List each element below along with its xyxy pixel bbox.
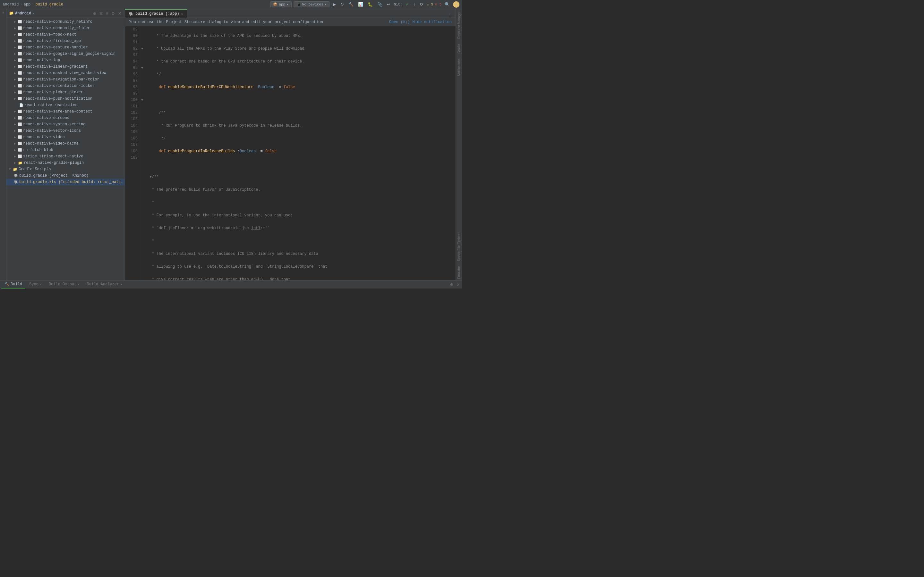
sidebar-item-notifications[interactable]: Notifications — [457, 57, 461, 77]
attach-button[interactable]: 📎 — [376, 1, 384, 7]
file-tree-actions: ⊕ ⊟ ≡ ⚙ ✕ — [92, 11, 122, 16]
list-item[interactable]: ▶ ⬜ react-native-community_slider — [6, 25, 125, 31]
bottom-panel-actions: ⚙ ✕ — [449, 282, 461, 287]
bottom-settings-button[interactable]: ⚙ — [449, 282, 454, 287]
bottom-tabs: 🔨 Build Sync ✕ Build Output ✕ Build Anal… — [0, 280, 462, 288]
tab-build-gradle[interactable]: 🐘 build.gradle (:app) ✕ — [125, 9, 187, 18]
tab-build-analyzer[interactable]: Build Analyzer ✕ — [83, 281, 126, 288]
run-button[interactable]: ▶ — [331, 1, 337, 7]
list-item[interactable]: ▶ ⬜ react-native-safe-area-context — [6, 108, 125, 115]
hide-notification-link[interactable]: Hide notification — [413, 20, 452, 24]
search-button[interactable]: 🔍 — [443, 1, 451, 7]
list-item[interactable]: ▶ ⬜ react-native-system-setting — [6, 121, 125, 127]
right-sidebar-icons: Resource Manager Gradle Notifications De… — [456, 9, 462, 280]
undo-button[interactable]: ↩ — [386, 1, 392, 7]
collapse-all-button[interactable]: ⊟ — [99, 11, 103, 16]
breadcrumb-android[interactable]: android — [3, 2, 19, 7]
file-tree-header: 📁 Android ▾ ⊕ ⊟ ≡ ⚙ ✕ — [6, 9, 125, 18]
breadcrumb: android › app › build.gradle — [3, 2, 63, 7]
build-gradle-project[interactable]: 🐘 build.gradle (Project: Khinbo) — [6, 172, 125, 179]
list-item[interactable]: ▶ ⬜ react-native-masked-view_masked-view — [6, 70, 125, 76]
editor-tabs: 🐘 build.gradle (:app) ✕ ⋮ — [125, 9, 456, 18]
sidebar-icon-resource-manager[interactable]: ≡ — [1, 10, 6, 15]
line-numbers: 89 90 91 92 93 94 95 96 97 98 99 100 101… — [125, 26, 141, 280]
list-item[interactable]: ▶ ⬜ react-native-gesture-handler — [6, 44, 125, 51]
git-push-button[interactable]: ↑ — [412, 1, 417, 7]
list-item[interactable]: ▶ ⬜ react-native-navigation-bar-color — [6, 76, 125, 83]
breadcrumb-app[interactable]: app — [24, 2, 31, 7]
git-fetch-button[interactable]: ⟳ — [419, 1, 425, 7]
list-item[interactable]: ▶ ⬜ react-native-iap — [6, 57, 125, 63]
sidebar-item-device-file-explorer[interactable]: Device File Explorer — [457, 231, 461, 262]
tab-close-button[interactable]: ✕ — [181, 12, 184, 16]
close-panel-button[interactable]: ✕ — [117, 11, 122, 16]
left-sidebar-icons: ≡ — [0, 9, 6, 280]
list-item[interactable]: ▶ ⬜ react-native-picker_picker — [6, 89, 125, 95]
bottom-panel: 🔨 Build Sync ✕ Build Output ✕ Build Anal… — [0, 280, 462, 288]
gradle-scripts-folder[interactable]: ▼ 📁 Gradle Scripts — [6, 166, 125, 172]
list-item[interactable]: ▶ ⬜ react-native-orientation-locker — [6, 83, 125, 89]
git-label: Git: — [394, 3, 402, 6]
list-item[interactable]: ▶ ⬜ react-native-vector-icons — [6, 127, 125, 134]
open-project-structure-link[interactable]: Open (⌘;) — [389, 19, 410, 24]
tab-build-output[interactable]: Build Output ✕ — [45, 281, 83, 288]
list-item[interactable]: ▶ ⬜ react-native-community_netinfo — [6, 19, 125, 25]
list-item[interactable]: ▶ 📁 react-native-gradle-plugin — [6, 160, 125, 166]
notification-text: You can use the Project Structure dialog… — [129, 20, 387, 24]
sidebar-item-emulator[interactable]: Emulator — [457, 265, 461, 280]
debug-button[interactable]: 🐛 — [367, 1, 374, 7]
build-gradle-kts[interactable]: 🐘 build.gradle.kts (Included build: reac… — [6, 179, 125, 185]
tab-sync[interactable]: Sync ✕ — [26, 281, 45, 288]
list-item[interactable]: ▶ ⬜ react-native-google-signin_google-si… — [6, 51, 125, 57]
build-analyzer-tab-close[interactable]: ✕ — [120, 282, 122, 286]
top-toolbar: android › app › build.gradle 📦 app ▾ 📱 N… — [0, 0, 462, 9]
avatar[interactable]: A — [453, 1, 459, 8]
notification-bar: You can use the Project Structure dialog… — [125, 18, 456, 26]
list-item[interactable]: ▶ ⬜ react-native-firebase_app — [6, 38, 125, 44]
code-editor[interactable]: 89 90 91 92 93 94 95 96 97 98 99 100 101… — [125, 26, 456, 280]
editor-area: 🐘 build.gradle (:app) ✕ ⋮ You can use th… — [125, 9, 456, 280]
list-item[interactable]: ▶ ⬜ react-native-video — [6, 134, 125, 140]
sidebar-item-resource-manager[interactable]: Resource Manager — [457, 10, 461, 40]
warning-count[interactable]: ⚠ 5 — [427, 2, 433, 6]
error-count[interactable]: ⊘ 5 — [435, 2, 441, 6]
device-selector-button[interactable]: 📱 No Devices ▾ — [294, 1, 330, 7]
list-item[interactable]: ▶ ⬜ react-native-screens — [6, 115, 125, 121]
list-item[interactable]: ▶ ⬜ react-native-video-cache — [6, 140, 125, 147]
toolbar-right: 📦 app ▾ 📱 No Devices ▾ ▶ ↻ 🔨 📊 🐛 📎 ↩ Git… — [270, 1, 459, 8]
build-button[interactable]: 🔨 — [347, 1, 355, 7]
sidebar-item-gradle[interactable]: Gradle — [457, 43, 461, 55]
sync-button[interactable]: ↻ — [339, 1, 345, 7]
list-item[interactable]: ▶ ⬜ rn-fetch-blob — [6, 147, 125, 153]
list-item[interactable]: ▶ ⬜ react-native-linear-gradient — [6, 63, 125, 70]
git-check-button[interactable]: ✓ — [404, 1, 410, 7]
list-item[interactable]: ▶ ⬜ react-native-push-notification — [6, 95, 125, 102]
list-item[interactable]: 📄 react-native-reanimated — [6, 102, 125, 108]
profile-button[interactable]: 📊 — [357, 1, 365, 7]
fold-gutter: ▼ ▼ ▼ — [141, 26, 145, 280]
file-tree: ▶ ⬜ react-native-community_netinfo ▶ ⬜ r… — [6, 18, 125, 280]
file-tree-panel: 📁 Android ▾ ⊕ ⊟ ≡ ⚙ ✕ ▶ ⬜ react-native-c… — [6, 9, 125, 280]
settings-button[interactable]: ⚙ — [110, 11, 116, 16]
code-content[interactable]: * The advantage is the size of the APK i… — [145, 26, 456, 280]
tab-build[interactable]: 🔨 Build — [1, 281, 25, 288]
build-output-tab-close[interactable]: ✕ — [78, 282, 79, 286]
filter-button[interactable]: ≡ — [105, 11, 109, 16]
editor-menu-button[interactable]: ⋮ — [447, 12, 453, 18]
bottom-close-button[interactable]: ✕ — [456, 282, 461, 287]
breadcrumb-file[interactable]: build.gradle — [35, 2, 63, 7]
main-layout: ≡ 📁 Android ▾ ⊕ ⊟ ≡ ⚙ ✕ ▶ ⬜ react-native… — [0, 9, 462, 280]
file-tree-title: 📁 Android ▾ — [9, 11, 34, 16]
run-config-button[interactable]: 📦 app ▾ — [270, 1, 291, 7]
list-item[interactable]: ▶ ⬜ stripe_stripe-react-native — [6, 153, 125, 160]
locate-file-button[interactable]: ⊕ — [92, 11, 97, 16]
sync-tab-close[interactable]: ✕ — [40, 282, 42, 286]
list-item[interactable]: ▶ ⬜ react-native-fbsdk-next — [6, 31, 125, 38]
